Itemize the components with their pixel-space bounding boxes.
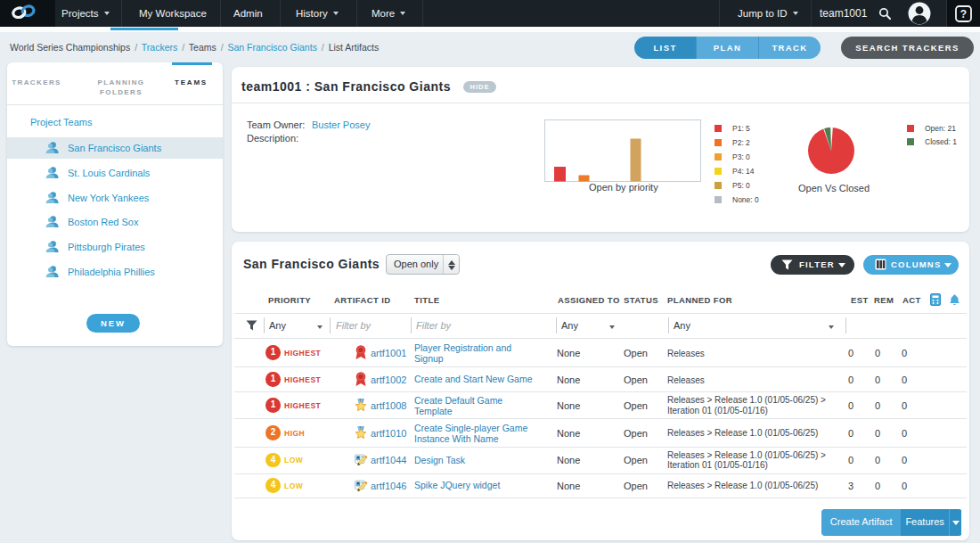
svg-text:?: ?: [960, 8, 967, 21]
